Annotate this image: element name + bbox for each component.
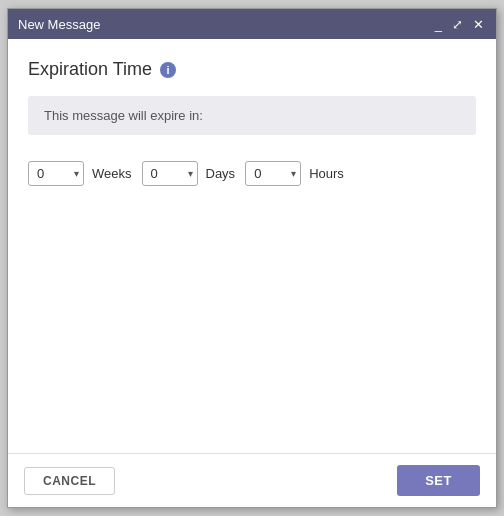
section-title: Expiration Time [28,59,152,80]
cancel-button[interactable]: CANCEL [24,467,115,495]
days-select[interactable]: 0 1 2 3 4 5 6 [142,161,198,186]
dialog-title: New Message [18,17,100,32]
hours-select[interactable]: 0 1 2 3 12 23 [245,161,301,186]
section-header: Expiration Time i [28,59,476,80]
hours-group: 0 1 2 3 12 23 ▾ Hours [245,161,344,186]
minimize-button[interactable]: _ [433,18,444,31]
title-bar: New Message _ ⤢ ✕ [8,9,496,39]
expiry-info-text: This message will expire in: [44,108,203,123]
title-bar-controls: _ ⤢ ✕ [433,18,486,31]
weeks-label: Weeks [92,166,132,181]
time-selectors: 0 1 2 3 4 ▾ Weeks 0 1 2 [28,151,476,196]
info-icon[interactable]: i [160,62,176,78]
weeks-select[interactable]: 0 1 2 3 4 [28,161,84,186]
expiry-info-box: This message will expire in: [28,96,476,135]
weeks-group: 0 1 2 3 4 ▾ Weeks [28,161,132,186]
body-spacer [28,212,476,443]
hours-select-wrapper: 0 1 2 3 12 23 ▾ [245,161,301,186]
dialog-body: Expiration Time i This message will expi… [8,39,496,453]
dialog-footer: CANCEL SET [8,453,496,507]
close-button[interactable]: ✕ [471,18,486,31]
days-group: 0 1 2 3 4 5 6 ▾ Days [142,161,236,186]
set-button[interactable]: SET [397,465,480,496]
hours-label: Hours [309,166,344,181]
days-select-wrapper: 0 1 2 3 4 5 6 ▾ [142,161,198,186]
new-message-dialog: New Message _ ⤢ ✕ Expiration Time i This… [7,8,497,508]
days-label: Days [206,166,236,181]
maximize-button[interactable]: ⤢ [450,18,465,31]
weeks-select-wrapper: 0 1 2 3 4 ▾ [28,161,84,186]
